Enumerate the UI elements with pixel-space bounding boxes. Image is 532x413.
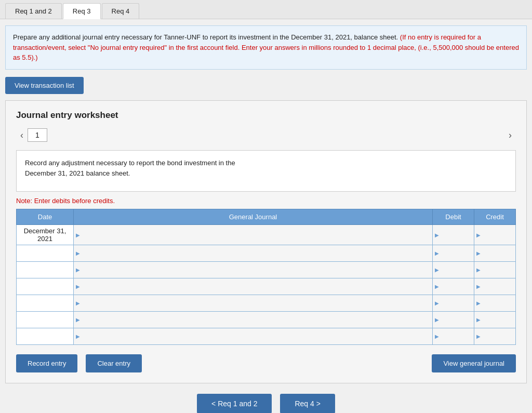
debit-cell-3[interactable] — [433, 261, 474, 278]
journal-input-3[interactable] — [74, 262, 432, 278]
credit-input-7[interactable] — [474, 328, 515, 344]
col-header-credit: Credit — [474, 209, 516, 224]
journal-cell-2[interactable] — [74, 245, 433, 261]
date-cell-1: December 31,2021 — [17, 224, 74, 245]
tabs-bar: Req 1 and 2 Req 3 Req 4 — [0, 0, 532, 19]
note-text: Note: Enter debits before credits. — [16, 197, 516, 205]
journal-input-6[interactable] — [74, 312, 432, 328]
description-text: Record any adjustment necessary to repor… — [25, 159, 235, 178]
debit-cell-2[interactable] — [433, 245, 474, 261]
journal-input-1[interactable] — [74, 225, 432, 245]
instruction-main: Prepare any additional journal entry nec… — [13, 33, 398, 41]
description-box: Record any adjustment necessary to repor… — [16, 150, 516, 192]
clear-entry-button[interactable]: Clear entry — [86, 354, 142, 372]
date-cell-3 — [17, 261, 74, 278]
credit-cell-1[interactable] — [474, 224, 516, 245]
credit-input-2[interactable] — [474, 245, 515, 261]
journal-cell-5[interactable] — [74, 295, 433, 311]
credit-cell-7[interactable] — [474, 328, 516, 344]
journal-cell-4[interactable] — [74, 278, 433, 295]
instruction-box: Prepare any additional journal entry nec… — [5, 25, 527, 70]
tab-req4[interactable]: Req 4 — [102, 3, 140, 19]
credit-input-4[interactable] — [474, 278, 515, 295]
journal-cell-7[interactable] — [74, 328, 433, 344]
debit-cell-5[interactable] — [433, 295, 474, 311]
debit-cell-7[interactable] — [433, 328, 474, 344]
col-header-journal: General Journal — [74, 209, 433, 224]
credit-input-6[interactable] — [474, 312, 515, 328]
col-header-debit: Debit — [433, 209, 474, 224]
credit-cell-2[interactable] — [474, 245, 516, 261]
credit-input-1[interactable] — [474, 225, 515, 245]
table-row — [17, 261, 516, 278]
credit-cell-3[interactable] — [474, 261, 516, 278]
record-entry-button[interactable]: Record entry — [16, 354, 77, 372]
date-cell-6 — [17, 311, 74, 328]
tab-req3[interactable]: Req 3 — [63, 3, 101, 19]
debit-input-3[interactable] — [433, 262, 474, 278]
debit-input-1[interactable] — [433, 225, 474, 245]
journal-cell-1[interactable] — [74, 224, 433, 245]
debit-cell-4[interactable] — [433, 278, 474, 295]
debit-input-6[interactable] — [433, 312, 474, 328]
journal-cell-6[interactable] — [74, 311, 433, 328]
worksheet-container: Journal entry worksheet ‹ 1 › Record any… — [5, 100, 527, 383]
view-transaction-list-button[interactable]: View transaction list — [5, 77, 84, 94]
worksheet-title: Journal entry worksheet — [16, 110, 516, 121]
prev-nav-button[interactable]: < Req 1 and 2 — [197, 394, 272, 414]
view-general-journal-button[interactable]: View general journal — [432, 354, 516, 372]
date-cell-2 — [17, 245, 74, 261]
date-cell-5 — [17, 295, 74, 311]
credit-input-3[interactable] — [474, 262, 515, 278]
debit-cell-1[interactable] — [433, 224, 474, 245]
journal-cell-3[interactable] — [74, 261, 433, 278]
col-header-date: Date — [17, 209, 74, 224]
credit-cell-4[interactable] — [474, 278, 516, 295]
debit-input-7[interactable] — [433, 328, 474, 344]
table-row: December 31,2021 — [17, 224, 516, 245]
journal-table: Date General Journal Debit Credit Decemb… — [16, 209, 516, 345]
debit-cell-6[interactable] — [433, 311, 474, 328]
date-cell-4 — [17, 278, 74, 295]
bottom-nav: < Req 1 and 2 Req 4 > — [0, 394, 532, 414]
table-row — [17, 311, 516, 328]
journal-input-2[interactable] — [74, 245, 432, 261]
debit-input-4[interactable] — [433, 278, 474, 295]
action-buttons-row: Record entry Clear entry View general jo… — [16, 354, 516, 372]
debit-input-5[interactable] — [433, 295, 474, 311]
journal-input-4[interactable] — [74, 278, 432, 295]
page-nav: ‹ 1 › — [16, 128, 516, 143]
next-nav-button[interactable]: Req 4 > — [280, 394, 335, 414]
date-cell-7 — [17, 328, 74, 344]
table-row — [17, 328, 516, 344]
tab-req1and2[interactable]: Req 1 and 2 — [5, 3, 62, 19]
table-row — [17, 278, 516, 295]
journal-input-7[interactable] — [74, 328, 432, 344]
credit-cell-5[interactable] — [474, 295, 516, 311]
page-number: 1 — [28, 128, 47, 142]
journal-input-5[interactable] — [74, 295, 432, 311]
debit-input-2[interactable] — [433, 245, 474, 261]
credit-cell-6[interactable] — [474, 311, 516, 328]
next-page-button[interactable]: › — [504, 128, 516, 143]
table-row — [17, 295, 516, 311]
table-row — [17, 245, 516, 261]
credit-input-5[interactable] — [474, 295, 515, 311]
prev-page-button[interactable]: ‹ — [16, 128, 28, 143]
